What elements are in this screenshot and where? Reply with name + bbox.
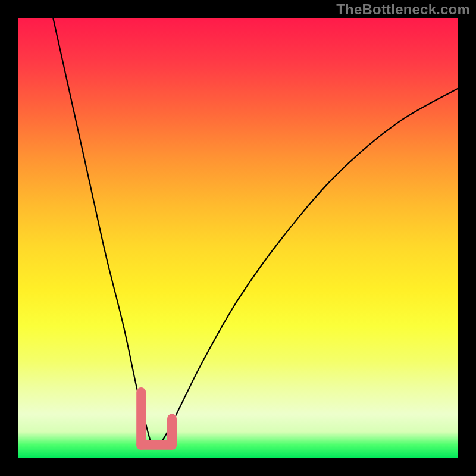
attribution-text: TheBottleneck.com xyxy=(336,1,470,18)
plot-area xyxy=(18,18,458,458)
chart-frame: TheBottleneck.com xyxy=(0,0,476,476)
bottleneck-curve xyxy=(53,18,458,447)
accent-group xyxy=(141,392,172,445)
curve-svg xyxy=(18,18,458,458)
